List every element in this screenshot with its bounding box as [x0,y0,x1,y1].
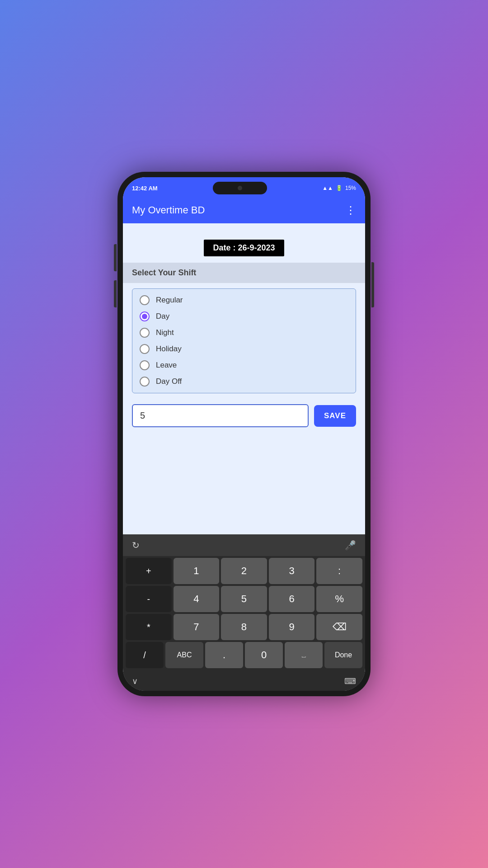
kb-key-8[interactable]: 8 [221,614,267,640]
volume-up-button [114,244,117,271]
radio-night[interactable]: Night [140,326,348,340]
kb-key-space[interactable]: ⎵ [285,642,323,668]
kb-key-minus[interactable]: - [126,586,172,612]
kb-row-1: + 1 2 3 : [126,558,362,584]
kb-row-2: - 4 5 6 % [126,586,362,612]
kb-key-plus[interactable]: + [126,558,172,584]
kb-key-0[interactable]: 0 [245,642,283,668]
kb-key-abc[interactable]: ABC [165,642,203,668]
radio-day[interactable]: Day [140,310,348,323]
radio-leave[interactable]: Leave [140,359,348,372]
menu-button[interactable]: ⋮ [345,204,356,217]
camera-dot [238,186,242,190]
battery-icon: 🔋 [336,185,343,191]
kb-key-dot[interactable]: . [205,642,243,668]
kb-key-colon[interactable]: : [316,558,362,584]
shift-label: Select Your Shift [132,268,196,277]
radio-regular[interactable]: Regular [140,293,348,307]
volume-down-button [114,280,117,307]
radio-circle-dayoff [140,377,150,387]
battery-percent: 15% [345,185,356,191]
radio-circle-holiday [140,344,150,354]
status-time: 12:42 AM [132,185,158,192]
kb-key-1[interactable]: 1 [174,558,220,584]
phone-frame: 12:42 AM ▲▲ 🔋 15% My Overtime BD ⋮ Date … [117,172,371,696]
kb-row-4: / ABC . 0 ⎵ Done [126,642,362,668]
date-header: Date : 26-9-2023 [204,240,284,256]
radio-holiday[interactable]: Holiday [140,342,348,356]
kb-key-percent[interactable]: % [316,586,362,612]
shift-label-bar: Select Your Shift [123,263,365,283]
keyboard-toolbar: ↻ 🎤 [123,534,365,556]
keyboard-mic-icon[interactable]: 🎤 [345,540,356,551]
keyboard-area: ↻ 🎤 + 1 2 3 : - 4 5 6 % [123,534,365,691]
status-right-icons: ▲▲ 🔋 15% [322,185,356,191]
signal-icon: ▲▲ [322,185,333,191]
radio-label-dayoff: Day Off [156,377,182,386]
kb-key-5[interactable]: 5 [221,586,267,612]
radio-label-day: Day [156,312,169,321]
keyboard-switch-icon[interactable]: ⌨ [344,676,356,686]
kb-row-3: * 7 8 9 ⌫ [126,614,362,640]
input-row: SAVE [132,404,356,427]
kb-key-asterisk[interactable]: * [126,614,172,640]
kb-key-9[interactable]: 9 [269,614,315,640]
radio-circle-day [140,311,150,321]
status-notch [213,182,267,194]
kb-key-4[interactable]: 4 [174,586,220,612]
kb-key-7[interactable]: 7 [174,614,220,640]
kb-key-done[interactable]: Done [324,642,362,668]
radio-label-leave: Leave [156,361,177,370]
radio-circle-night [140,328,150,338]
radio-label-holiday: Holiday [156,344,182,354]
radio-circle-regular [140,295,150,305]
date-wrapper: Date : 26-9-2023 [123,231,365,256]
shift-options-container: Regular Day Night Holiday [132,288,356,393]
hours-input[interactable] [132,404,309,427]
radio-label-regular: Regular [156,296,183,305]
kb-key-slash[interactable]: / [126,642,164,668]
radio-circle-leave [140,360,150,370]
kb-key-3[interactable]: 3 [269,558,315,584]
app-title: My Overtime BD [132,204,205,216]
power-button [371,262,374,307]
keyboard-refresh-icon[interactable]: ↻ [132,540,140,551]
save-button[interactable]: SAVE [314,405,356,427]
keyboard-bottom-bar: ∨ ⌨ [123,672,365,691]
app-bar: My Overtime BD ⋮ [123,197,365,223]
radio-inner-day [142,314,147,319]
status-bar: 12:42 AM ▲▲ 🔋 15% [123,177,365,197]
kb-key-2[interactable]: 2 [221,558,267,584]
kb-key-backspace[interactable]: ⌫ [316,614,362,640]
kb-key-6[interactable]: 6 [269,586,315,612]
phone-screen: 12:42 AM ▲▲ 🔋 15% My Overtime BD ⋮ Date … [123,177,365,691]
keyboard-grid: + 1 2 3 : - 4 5 6 % * 7 [123,556,365,672]
radio-dayoff[interactable]: Day Off [140,375,348,388]
main-content: Date : 26-9-2023 Select Your Shift Regul… [123,223,365,534]
radio-label-night: Night [156,328,174,337]
keyboard-collapse-icon[interactable]: ∨ [132,676,138,686]
